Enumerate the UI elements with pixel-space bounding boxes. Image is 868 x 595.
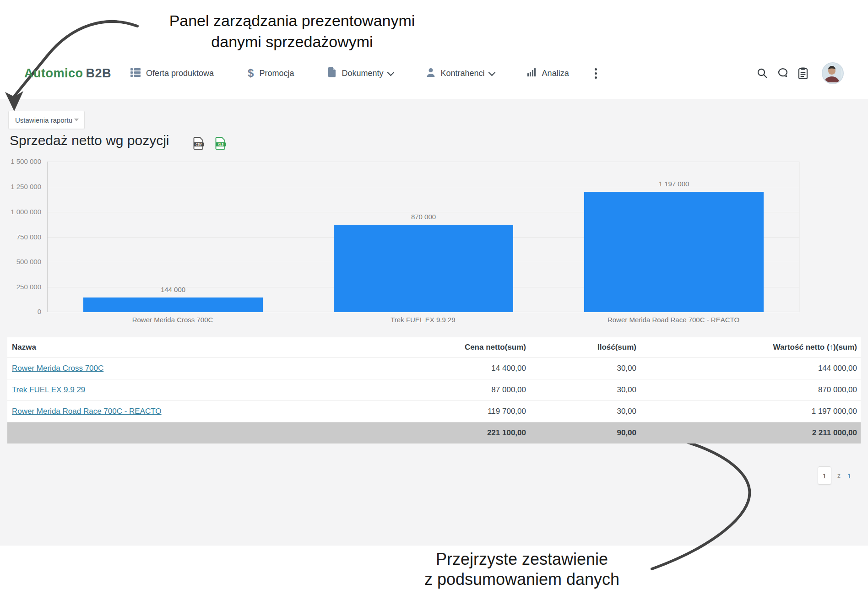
column-header-cena[interactable]: Cena netto(sum) xyxy=(337,337,526,358)
pagination-last-page[interactable]: 1 xyxy=(847,472,851,480)
nav-item-dokumenty[interactable]: Dokumenty xyxy=(328,67,393,79)
clipboard-icon[interactable] xyxy=(797,67,808,80)
cell-wartosc-netto: 870 000,00 xyxy=(636,379,861,401)
chart-bar[interactable] xyxy=(83,298,263,312)
product-list-icon xyxy=(130,68,141,79)
bar-value-label: 870 000 xyxy=(334,213,513,221)
nav-label: Dokumenty xyxy=(342,69,383,78)
export-csv-icon[interactable]: CSV xyxy=(193,137,204,151)
nav-actions xyxy=(756,61,844,85)
top-navigation: AutomicoB2B Oferta produktowa $ Promocja xyxy=(24,61,599,85)
annotation-top-line2: danymi sprzedażowymi xyxy=(132,31,452,52)
summary-wartosc: 2 211 000,00 xyxy=(636,422,861,444)
svg-text:CSV: CSV xyxy=(195,143,202,146)
summary-cena: 221 100,00 xyxy=(337,422,526,444)
x-axis-category-label: Rower Merida Road Race 700C - REACTO xyxy=(548,316,798,324)
table-row: Trek FUEL EX 9.9 2987 000,0030,00870 000… xyxy=(7,379,861,401)
chevron-down-icon xyxy=(387,69,394,76)
pagination-separator: z xyxy=(837,472,841,479)
cell-cena-netto: 14 400,00 xyxy=(337,358,526,379)
bar-value-label: 144 000 xyxy=(83,286,263,293)
product-link[interactable]: Rower Merida Cross 700C xyxy=(12,364,103,373)
y-axis-tick-label: 1 500 000 xyxy=(0,157,41,165)
chart-bar[interactable] xyxy=(334,225,513,312)
chat-icon[interactable] xyxy=(777,67,789,79)
annotation-bottom-line2: z podsumowaniem danych xyxy=(362,569,682,590)
pagination-current-page[interactable]: 1 xyxy=(818,466,831,485)
cell-wartosc-netto: 144 000,00 xyxy=(636,358,861,379)
table-header-row: Nazwa Cena netto(sum) Ilość(sum) Wartość… xyxy=(7,337,861,358)
person-icon xyxy=(426,68,435,79)
column-header-ilosc[interactable]: Ilość(sum) xyxy=(526,337,636,358)
y-axis-tick-label: 1 000 000 xyxy=(0,208,41,216)
y-axis-tick-label: 0 xyxy=(0,308,41,315)
arrow-top-curve xyxy=(14,22,137,97)
nav-item-promocja[interactable]: $ Promocja xyxy=(248,68,294,78)
page: Panel zarządzania prezentowanymi danymi … xyxy=(0,0,868,595)
nav-label: Kontrahenci xyxy=(441,69,485,78)
annotation-bottom-line1: Przejrzyste zestawienie xyxy=(362,549,682,569)
y-axis-tick-label: 250 000 xyxy=(0,283,41,291)
document-icon xyxy=(328,67,336,79)
cell-cena-netto: 119 700,00 xyxy=(337,401,526,422)
chevron-down-icon xyxy=(488,69,495,76)
product-link[interactable]: Rower Merida Road Race 700C - REACTO xyxy=(12,407,162,416)
chart-x-axis: Rower Merida Cross 700CTrek FUEL EX 9.9 … xyxy=(47,316,799,326)
annotation-top: Panel zarządzania prezentowanymi danymi … xyxy=(132,10,452,52)
search-icon[interactable] xyxy=(756,67,768,79)
column-header-wartosc[interactable]: Wartość netto (↑)(sum) xyxy=(636,337,861,358)
cell-ilosc: 30,00 xyxy=(526,358,636,379)
report-table: Nazwa Cena netto(sum) Ilość(sum) Wartość… xyxy=(7,337,861,444)
product-link[interactable]: Trek FUEL EX 9.9 29 xyxy=(12,385,85,394)
cell-ilosc: 30,00 xyxy=(526,401,636,422)
gridline xyxy=(48,162,799,162)
summary-empty-cell xyxy=(7,422,337,444)
bar-chart-plot: 144 000870 0001 197 000 xyxy=(47,162,800,312)
x-axis-category-label: Trek FUEL EX 9.9 29 xyxy=(298,316,548,324)
report-settings-label: Ustawienia raportu xyxy=(15,116,72,124)
pagination: 1 z 1 xyxy=(818,466,851,485)
summary-ilosc: 90,00 xyxy=(526,422,636,444)
chart-y-axis: 1 500 0001 250 0001 000 000750 000500 00… xyxy=(0,162,41,312)
nav-item-kontrahenci[interactable]: Kontrahenci xyxy=(426,68,494,79)
user-avatar[interactable] xyxy=(822,62,844,84)
column-header-nazwa[interactable]: Nazwa xyxy=(7,337,337,358)
cell-wartosc-netto: 1 197 000,00 xyxy=(636,401,861,422)
bar-value-label: 1 197 000 xyxy=(584,180,764,188)
report-settings-button[interactable]: Ustawienia raportu xyxy=(8,111,85,129)
caret-down-icon xyxy=(74,119,79,121)
report-title: Sprzedaż netto wg pozycji xyxy=(10,133,169,148)
table-row: Rower Merida Road Race 700C - REACTO119 … xyxy=(7,401,861,422)
y-axis-tick-label: 1 250 000 xyxy=(0,183,41,190)
nav-label: Oferta produktowa xyxy=(146,69,214,78)
nav-item-oferta-produktowa[interactable]: Oferta produktowa xyxy=(130,68,214,79)
chart-bar[interactable] xyxy=(584,192,764,312)
annotation-bottom: Przejrzyste zestawienie z podsumowaniem … xyxy=(362,549,682,590)
dollar-icon: $ xyxy=(248,68,254,78)
svg-text:XLS: XLS xyxy=(218,143,224,146)
logo-suffix: B2B xyxy=(86,66,112,80)
y-axis-tick-label: 500 000 xyxy=(0,258,41,265)
nav-label: Promocja xyxy=(259,69,294,78)
nav-item-analiza[interactable]: Analiza xyxy=(526,68,569,78)
summary-row: 221 100,00 90,00 2 211 000,00 xyxy=(7,422,861,444)
y-axis-tick-label: 750 000 xyxy=(0,233,41,241)
nav-label: Analiza xyxy=(542,69,569,78)
x-axis-category-label: Rower Merida Cross 700C xyxy=(48,316,298,324)
more-menu-kebab-icon[interactable] xyxy=(593,66,599,81)
cell-cena-netto: 87 000,00 xyxy=(337,379,526,401)
logo[interactable]: AutomicoB2B xyxy=(24,66,111,81)
export-xlsx-icon[interactable]: XLS xyxy=(215,137,226,151)
cell-ilosc: 30,00 xyxy=(526,379,636,401)
chart-bars-icon xyxy=(526,68,537,78)
table-row: Rower Merida Cross 700C14 400,0030,00144… xyxy=(7,358,861,379)
annotation-top-line1: Panel zarządzania prezentowanymi xyxy=(132,10,452,31)
logo-name: Automico xyxy=(24,66,83,80)
